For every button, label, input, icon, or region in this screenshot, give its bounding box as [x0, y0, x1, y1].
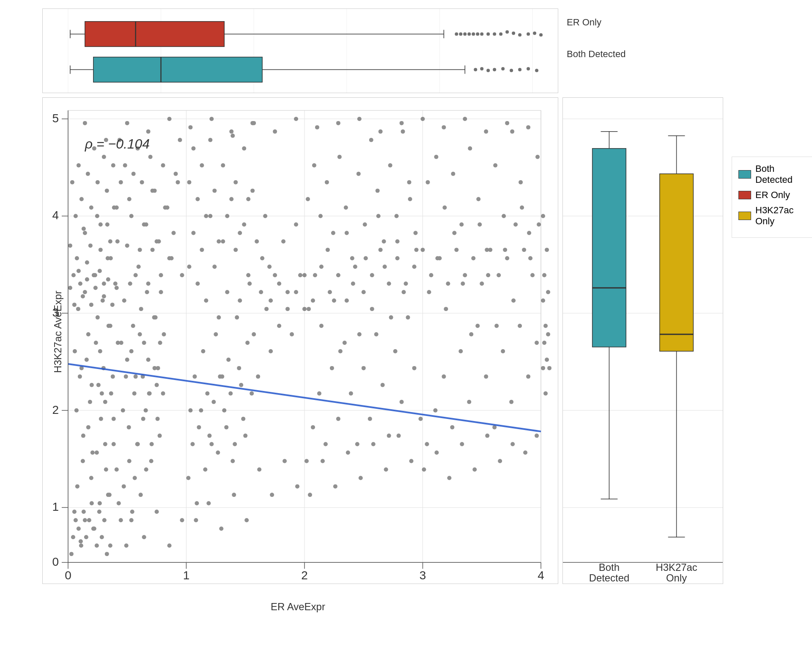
svg-point-407 — [230, 134, 235, 138]
svg-point-225 — [195, 501, 199, 505]
svg-point-488 — [437, 256, 442, 260]
svg-point-296 — [225, 214, 229, 218]
svg-point-305 — [317, 391, 321, 396]
svg-point-155 — [90, 501, 94, 505]
svg-point-443 — [384, 467, 388, 471]
svg-point-79 — [99, 417, 103, 421]
svg-point-381 — [503, 248, 507, 252]
svg-point-63 — [95, 451, 99, 455]
svg-point-291 — [204, 214, 208, 218]
svg-point-179 — [68, 243, 72, 248]
svg-point-175 — [108, 239, 112, 243]
svg-point-101 — [119, 518, 123, 522]
svg-point-145 — [159, 273, 163, 277]
svg-point-220 — [170, 256, 174, 260]
svg-point-209 — [123, 163, 127, 168]
svg-point-338 — [408, 197, 412, 201]
svg-point-117 — [121, 408, 125, 413]
svg-point-167 — [83, 231, 87, 235]
svg-point-292 — [208, 138, 212, 142]
svg-point-391 — [468, 146, 472, 151]
svg-point-341 — [312, 163, 316, 168]
svg-point-490 — [454, 248, 458, 252]
svg-point-318 — [400, 400, 404, 404]
svg-point-482 — [387, 281, 391, 286]
svg-point-334 — [383, 264, 387, 269]
top-label-both: Both Detected — [567, 49, 625, 60]
svg-point-464 — [102, 294, 106, 298]
svg-point-379 — [486, 273, 490, 277]
svg-point-115 — [158, 341, 162, 345]
svg-point-496 — [505, 256, 509, 260]
svg-point-216 — [153, 189, 157, 193]
legend-item-both-detected: Both Detected — [738, 163, 809, 185]
legend-label-h3k27ac-only: H3K27ac Only — [755, 205, 809, 227]
svg-point-17 — [476, 32, 479, 36]
svg-point-279 — [238, 298, 242, 303]
svg-point-75 — [88, 400, 92, 404]
svg-point-206 — [172, 231, 176, 235]
svg-point-437 — [308, 493, 312, 497]
svg-point-121 — [132, 391, 137, 396]
svg-point-147 — [69, 552, 74, 556]
svg-point-431 — [232, 493, 236, 497]
svg-point-74 — [85, 358, 89, 362]
svg-point-256 — [260, 256, 264, 260]
svg-point-88 — [83, 290, 87, 294]
svg-point-221 — [173, 172, 178, 176]
svg-point-250 — [235, 315, 239, 319]
svg-point-137 — [137, 264, 141, 269]
svg-point-323 — [313, 273, 317, 277]
svg-point-252 — [243, 434, 247, 438]
svg-point-466 — [110, 303, 115, 307]
svg-point-368 — [509, 400, 513, 404]
svg-point-347 — [350, 256, 354, 260]
svg-point-95 — [103, 400, 107, 404]
svg-point-390 — [459, 222, 464, 226]
svg-point-71 — [74, 408, 79, 413]
svg-point-426 — [167, 543, 172, 548]
svg-point-510 — [546, 290, 550, 294]
legend-item-er-only: ER Only — [738, 190, 809, 201]
svg-point-419 — [484, 129, 488, 134]
svg-text:3: 3 — [420, 569, 426, 582]
svg-point-389 — [451, 172, 455, 176]
svg-point-427 — [180, 518, 184, 522]
svg-point-122 — [135, 442, 140, 446]
svg-point-40 — [518, 68, 521, 72]
svg-point-86 — [76, 307, 80, 311]
svg-point-41 — [527, 67, 530, 71]
svg-point-330 — [357, 332, 362, 336]
svg-point-445 — [409, 459, 414, 463]
svg-point-491 — [463, 273, 467, 277]
svg-point-312 — [362, 366, 366, 370]
svg-point-219 — [165, 206, 170, 210]
svg-point-57 — [79, 539, 83, 543]
svg-point-241 — [197, 425, 201, 430]
svg-point-235 — [237, 366, 241, 370]
svg-point-36 — [486, 69, 490, 72]
svg-point-430 — [219, 526, 223, 531]
svg-point-303 — [304, 459, 309, 463]
svg-point-85 — [73, 349, 77, 353]
svg-point-65 — [100, 391, 104, 396]
svg-point-127 — [149, 459, 154, 463]
svg-point-469 — [277, 281, 281, 286]
svg-point-339 — [414, 248, 419, 252]
svg-point-413 — [357, 117, 362, 121]
svg-point-450 — [472, 467, 477, 471]
svg-point-319 — [406, 315, 410, 319]
svg-point-72 — [78, 375, 82, 379]
svg-point-68 — [108, 543, 112, 548]
svg-point-457 — [72, 303, 77, 307]
svg-point-210 — [127, 197, 132, 201]
svg-point-507 — [542, 273, 546, 277]
svg-point-102 — [122, 484, 126, 488]
svg-point-16 — [472, 32, 475, 36]
svg-point-333 — [376, 214, 381, 218]
svg-point-81 — [104, 467, 108, 471]
legend-color-er-only — [738, 191, 751, 199]
svg-text:0: 0 — [52, 555, 59, 568]
svg-point-99 — [113, 281, 118, 286]
svg-point-359 — [433, 408, 437, 413]
